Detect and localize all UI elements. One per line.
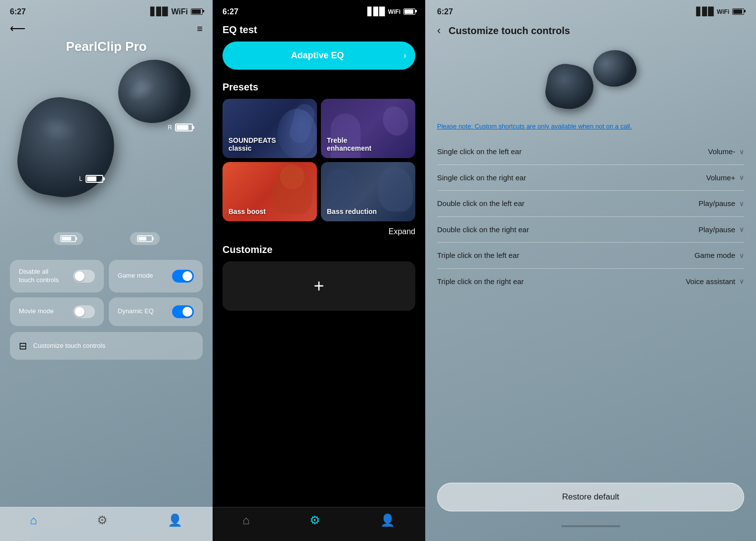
customize-title: Customize	[213, 242, 425, 261]
control-single-right[interactable]: Single click on the right ear Volume+ ∨	[437, 165, 744, 191]
panel-home: 6:27 ▋▊▉ WiFi ⟵ ≡ PearlClip Pro R L	[0, 0, 213, 541]
disable-touch-toggle[interactable]	[73, 270, 95, 283]
status-icons-2: ▋▊▉ WiFi	[367, 7, 415, 16]
battery-bar-r	[175, 124, 193, 131]
battery-icon-2	[403, 8, 415, 15]
panel-eq: 6:27 ▋▊▉ WiFi EQ test Adaptive EQ › Pres…	[213, 0, 425, 541]
movie-mode-toggle[interactable]	[73, 305, 95, 318]
control-single-right-value: Volume+ ∨	[706, 173, 744, 182]
control-double-right-label: Double click on the right ear	[437, 225, 529, 235]
time-2: 6:27	[222, 7, 238, 16]
movie-mode-label: Movie mode	[19, 307, 54, 316]
person-icon-1: 👤	[168, 513, 182, 527]
panel-customize: 6:27 ▋▊▉ WiFi ‹ Customize touch controls…	[425, 0, 756, 541]
adaptive-eq-label: Adaptive EQ	[231, 50, 403, 61]
earbuds-display: R L	[0, 54, 213, 208]
restore-default-button[interactable]: Restore default	[437, 483, 744, 511]
earbud-left	[12, 91, 122, 205]
signal-icon-1: ▋▊▉	[150, 7, 168, 16]
preset-bass-reduction[interactable]: Bass reduction	[321, 162, 415, 221]
person-icon-2: 👤	[380, 513, 395, 527]
presets-title: Presets	[213, 80, 425, 99]
customize-touch-label: Customize touch controls	[33, 342, 105, 349]
control-triple-right[interactable]: Triple click on the right ear Voice assi…	[437, 269, 744, 294]
presets-grid: SOUNDPEATSclassic Trebleenhancement Bass…	[213, 99, 425, 221]
volume-plus-value: Volume+	[706, 173, 735, 182]
chevron-double-right[interactable]: ∨	[739, 225, 744, 233]
nav-person-1[interactable]: 👤	[168, 513, 182, 527]
control-triple-right-label: Triple click on the right ear	[437, 277, 524, 287]
plus-icon: +	[313, 276, 324, 296]
chevron-single-right[interactable]: ∨	[739, 173, 744, 181]
disable-touch-control[interactable]: Disable alltouch controls	[10, 260, 104, 292]
preset-treble[interactable]: Trebleenhancement	[321, 99, 415, 158]
nav-sliders-2[interactable]: ⚙	[310, 513, 320, 527]
adaptive-eq-arrow: ›	[403, 50, 406, 61]
p3-title: Customize touch controls	[448, 25, 570, 37]
controls-grid: Disable alltouch controls Game mode Movi…	[0, 260, 213, 360]
dynamic-eq-control[interactable]: Dynamic EQ	[109, 297, 203, 326]
nav-person-2[interactable]: 👤	[380, 513, 395, 527]
chevron-single-left[interactable]: ∨	[739, 148, 744, 156]
control-double-right-value: Play/pause ∨	[699, 225, 744, 234]
control-triple-left[interactable]: Triple click on the left ear Game mode ∨	[437, 243, 744, 269]
preset-bass-reduction-label: Bass reduction	[327, 208, 377, 215]
chevron-double-left[interactable]: ∨	[739, 200, 744, 208]
chevron-triple-right[interactable]: ∨	[739, 277, 744, 285]
game-mode-label: Game mode	[118, 272, 153, 280]
earbud-right	[107, 46, 199, 137]
voice-assistant-value: Voice assistant	[686, 277, 735, 286]
earbud-left-3	[542, 61, 596, 113]
dynamic-eq-label: Dynamic EQ	[118, 307, 154, 316]
signal-icon-3: ▋▊▉	[696, 7, 714, 16]
chevron-triple-left[interactable]: ∨	[739, 251, 744, 259]
customize-touch-btn[interactable]: ⊟ Customize touch controls	[10, 332, 203, 360]
status-bar-2: 6:27 ▋▊▉ WiFi	[213, 0, 425, 20]
expand-row[interactable]: Expand	[213, 221, 425, 242]
battery-l-label: L	[79, 175, 83, 182]
nav-home-1[interactable]: ⌂	[30, 513, 38, 527]
layers-icon: ⊟	[19, 340, 27, 352]
battery-bar-l	[86, 175, 103, 183]
nav-home-2[interactable]: ⌂	[243, 513, 250, 527]
product-title: PearlClip Pro	[0, 39, 213, 54]
menu-icon-1[interactable]: ≡	[197, 23, 203, 35]
status-bar-1: 6:27 ▋▊▉ WiFi	[0, 0, 213, 20]
home-indicator-3	[561, 525, 621, 527]
play-pause-right-value: Play/pause	[699, 225, 735, 234]
preset-bass-boost[interactable]: Bass boost	[222, 162, 317, 221]
adaptive-eq-button[interactable]: Adaptive EQ ›	[222, 42, 415, 70]
control-double-left-label: Double click on the left ear	[437, 199, 525, 208]
customize-add-button[interactable]: +	[222, 261, 415, 311]
signal-icon-2: ▋▊▉	[367, 7, 385, 16]
home-icon-1: ⌂	[30, 513, 38, 527]
preset-bass-boost-label: Bass boost	[228, 208, 266, 215]
control-double-left[interactable]: Double click on the left ear Play/pause …	[437, 191, 744, 217]
game-mode-toggle[interactable]	[172, 270, 194, 283]
control-single-right-label: Single click on the right ear	[437, 173, 526, 183]
back-icon-1[interactable]: ⟵	[10, 22, 26, 35]
case-battery	[53, 232, 83, 245]
play-pause-left-value: Play/pause	[699, 199, 735, 208]
p3-header: ‹ Customize touch controls	[425, 20, 756, 37]
preset-soundpeats[interactable]: SOUNDPEATSclassic	[222, 99, 317, 158]
battery-icon-1	[191, 8, 203, 15]
p2-bottom-nav: ⌂ ⚙ 👤	[213, 507, 425, 541]
nav-sliders-1[interactable]: ⚙	[97, 513, 108, 527]
control-single-left-label: Single click on the left ear	[437, 147, 522, 157]
movie-mode-control[interactable]: Movie mode	[10, 297, 104, 326]
volume-minus-value: Volume-	[708, 147, 735, 156]
status-bar-3: 6:27 ▋▊▉ WiFi	[425, 0, 756, 20]
back-arrow-3[interactable]: ‹	[437, 24, 441, 37]
sliders-icon-1: ⚙	[97, 513, 108, 527]
game-mode-value: Game mode	[694, 251, 735, 259]
device-battery	[130, 232, 160, 245]
game-mode-control[interactable]: Game mode	[109, 260, 203, 292]
dynamic-eq-toggle[interactable]	[172, 305, 194, 318]
control-double-right[interactable]: Double click on the right ear Play/pause…	[437, 217, 744, 243]
p1-header: ⟵ ≡	[0, 20, 213, 35]
eq-section-title: EQ test	[213, 20, 425, 42]
control-single-left[interactable]: Single click on the left ear Volume- ∨	[437, 139, 744, 165]
wifi-icon-1: WiFi	[171, 7, 188, 16]
home-icon-2: ⌂	[243, 513, 250, 527]
